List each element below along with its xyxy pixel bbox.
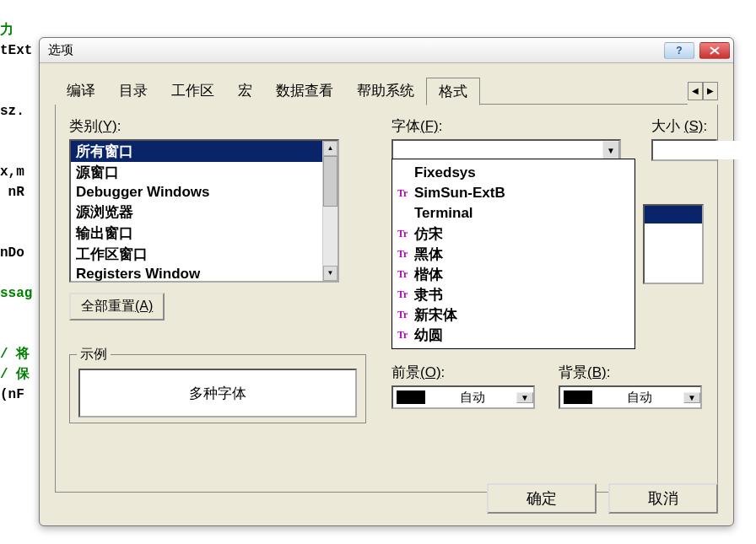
tab-pane-format: 类别(Y): 所有窗口 源窗口 Debugger Windows 源浏览器 输出… [55, 105, 718, 493]
list-item[interactable]: 所有窗口 [71, 141, 322, 162]
options-dialog: 选项 ? 编译 目录 工作区 宏 数据查看 帮助系统 格式 ◀ ▶ [39, 37, 734, 526]
scroll-thumb[interactable] [323, 156, 338, 207]
titlebar[interactable]: 选项 ? [40, 38, 733, 63]
dropdown-button[interactable]: ▼ [683, 392, 700, 403]
help-button[interactable]: ? [664, 42, 694, 59]
truetype-icon: Tr [397, 329, 413, 342]
size-combobox[interactable]: ▼ [651, 139, 717, 161]
reset-all-button[interactable]: 全部重置(A) [69, 293, 165, 320]
list-item[interactable]: Registers Window [71, 265, 322, 281]
font-input[interactable] [393, 141, 602, 159]
size-input[interactable] [653, 141, 756, 159]
list-item[interactable]: 输出窗口 [71, 223, 322, 244]
truetype-icon: Tr [397, 288, 413, 301]
font-option[interactable]: Fixedsys [392, 163, 634, 183]
scroll-up-icon[interactable]: ▲ [323, 141, 338, 156]
scroll-down-icon[interactable]: ▼ [323, 266, 338, 281]
list-item[interactable] [645, 206, 702, 224]
category-listbox[interactable]: 所有窗口 源窗口 Debugger Windows 源浏览器 输出窗口 工作区窗… [69, 139, 339, 283]
dialog-title: 选项 [48, 42, 664, 58]
close-icon [710, 46, 720, 55]
tab-compile[interactable]: 编译 [55, 78, 108, 104]
font-option[interactable]: Terminal [392, 203, 634, 224]
background-code: 力 tExt sz. x,m nR nDo ssag / 将 / 保 (nF [0, 0, 32, 405]
sample-fieldset: 示例 多种字体 [69, 346, 366, 423]
list-item[interactable]: 工作区窗口 [71, 244, 322, 265]
tab-macros[interactable]: 宏 [226, 78, 265, 104]
tab-directories[interactable]: 目录 [107, 78, 160, 104]
foreground-combobox[interactable]: 自动 ▼ [392, 385, 535, 409]
dropdown-button[interactable]: ▼ [602, 141, 619, 159]
tab-format[interactable]: 格式 [426, 78, 480, 105]
sample-preview: 多种字体 [78, 369, 357, 417]
truetype-icon: Tr [397, 228, 413, 240]
ok-button[interactable]: 确定 [487, 483, 597, 514]
tab-helpsystem[interactable]: 帮助系统 [345, 78, 427, 104]
tab-workspace[interactable]: 工作区 [159, 78, 227, 104]
truetype-icon: Tr [397, 187, 413, 200]
font-option[interactable]: Tr幼圆 [392, 325, 634, 345]
list-item[interactable]: Debugger Windows [71, 183, 322, 202]
font-dropdown-list[interactable]: Fixedsys TrSimSun-ExtB Terminal Tr仿宋 Tr黑… [392, 159, 635, 349]
foreground-label: 前景(O): [392, 363, 543, 382]
font-option[interactable]: Tr新宋体 [392, 304, 634, 325]
font-option[interactable]: Tr黑体 [392, 244, 634, 264]
size-label: 大小 (S): [651, 116, 722, 136]
font-option[interactable]: Tr仿宋 [392, 224, 634, 244]
tab-dataview[interactable]: 数据查看 [264, 78, 346, 104]
font-label: 字体(F): [392, 116, 636, 136]
dropdown-button[interactable]: ▼ [516, 392, 533, 403]
tab-strip: 编译 目录 工作区 宏 数据查看 帮助系统 格式 ◀ ▶ [55, 77, 718, 105]
tab-scroll-right[interactable]: ▶ [703, 82, 718, 100]
style-listbox[interactable] [643, 204, 704, 284]
background-label: 背景(B): [559, 363, 710, 382]
tab-scroll-left[interactable]: ◀ [688, 82, 703, 100]
truetype-icon: Tr [397, 268, 413, 281]
sample-legend: 示例 [77, 346, 111, 364]
scrollbar[interactable]: ▲ ▼ [322, 141, 338, 281]
font-option[interactable]: Tr楷体 [392, 264, 634, 284]
close-button[interactable] [699, 42, 730, 59]
truetype-icon: Tr [397, 309, 413, 321]
cancel-button[interactable]: 取消 [608, 483, 718, 514]
font-option[interactable]: TrSimSun-ExtB [392, 183, 634, 203]
color-swatch [564, 390, 592, 404]
font-option[interactable]: Tr隶书 [392, 284, 634, 304]
list-item[interactable]: 源浏览器 [71, 202, 322, 223]
background-combobox[interactable]: 自动 ▼ [559, 385, 702, 409]
category-label: 类别(Y): [69, 116, 364, 136]
truetype-icon: Tr [397, 248, 413, 261]
list-item[interactable]: 源窗口 [71, 162, 322, 183]
color-swatch [397, 390, 425, 404]
